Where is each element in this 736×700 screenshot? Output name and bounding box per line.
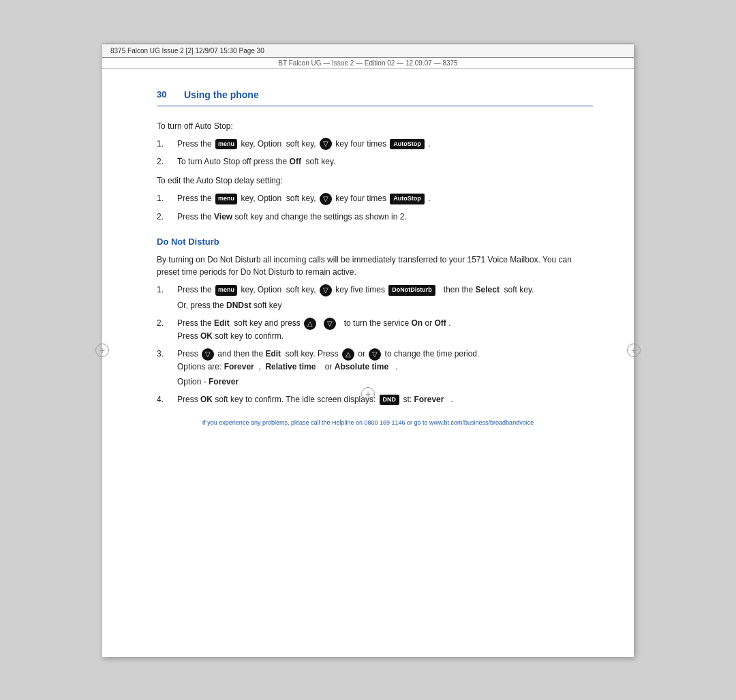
auto-stop-edit-intro: To edit the Auto Stop delay setting: — [157, 174, 593, 187]
down-arrow-icon-3: ▽ — [320, 284, 332, 296]
dnd-step-1: 1. Press the menu key, Option soft key, … — [157, 284, 593, 311]
header-left: 8375 Falcon UG Issue 2 [2] 12/9/07 15:30… — [110, 47, 264, 55]
dnd-intro: By turning on Do Not Disturb all incomin… — [157, 254, 593, 278]
auto-stop-edit-step-2: 2. Press the View soft key and change th… — [157, 211, 593, 223]
down-arrow-icon-2: ▽ — [320, 193, 332, 205]
auto-stop-step-2: 2. To turn Auto Stop off press the Off s… — [157, 155, 593, 168]
menu-key-icon-2: menu — [215, 194, 237, 204]
dnd-step-3: 3. Press ▽ and then the Edit soft key. P… — [157, 348, 593, 388]
footer-text: If you experience any problems, please c… — [102, 419, 634, 426]
header-bar: 8375 Falcon UG Issue 2 [2] 12/9/07 15:30… — [102, 44, 634, 58]
dnd-step-4: 4. Press OK soft key to confirm. The idl… — [157, 393, 593, 406]
down-arrow-icon-4: ▽ — [324, 318, 336, 330]
menu-key-icon: menu — [215, 139, 237, 150]
page-container: 8375 Falcon UG Issue 2 [2] 12/9/07 15:30… — [102, 44, 634, 657]
dnd-title: Do Not Disturb — [157, 237, 593, 247]
page-number: 30 — [157, 89, 184, 100]
page-title-row: 30 Using the phone — [157, 89, 593, 100]
dnd-step-2: 2. Press the Edit soft key and press △ ▽… — [157, 317, 593, 342]
down-arrow-icon-5: ▽ — [202, 348, 214, 361]
dnd-display-tag: DND — [380, 395, 400, 406]
auto-stop-intro: To turn off Auto Stop: — [157, 120, 593, 132]
down-arrow-icon-1: ▽ — [320, 138, 332, 150]
header-top: BT Falcon UG — Issue 2 — Edition 02 — 12… — [102, 58, 634, 69]
auto-stop-step-1: 1. Press the menu key, Option soft key, … — [157, 138, 593, 151]
up-arrow-icon-2: △ — [342, 348, 354, 361]
up-arrow-icon-1: △ — [304, 318, 316, 330]
down-arrow-icon-6: ▽ — [369, 348, 381, 361]
autostop-tag-1: AutoStop — [390, 139, 425, 150]
section-title: Using the phone — [184, 89, 259, 100]
dnd-tag: DoNotDisturb — [388, 285, 435, 296]
auto-stop-edit-step-1: 1. Press the menu key, Option soft key, … — [157, 192, 593, 205]
autostop-tag-2: AutoStop — [390, 194, 425, 204]
reg-mark-bottom — [361, 387, 375, 401]
content-area: 30 Using the phone To turn off Auto Stop… — [102, 69, 634, 438]
menu-key-icon-3: menu — [215, 285, 237, 296]
divider-line — [157, 106, 593, 106]
